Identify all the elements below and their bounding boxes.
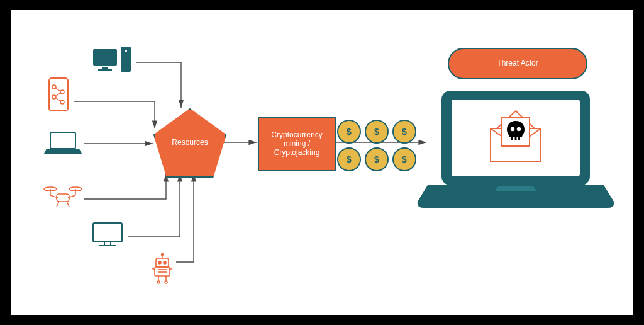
- svg-line-10: [55, 88, 61, 91]
- smartphone-icon: [49, 78, 68, 111]
- laptop-icon: [44, 132, 82, 154]
- threat-actor-node: Threat Actor: [448, 48, 587, 79]
- svg-point-28: [158, 261, 161, 264]
- resources-label: Resources: [172, 139, 208, 147]
- svg-line-21: [57, 202, 59, 207]
- drone-icon: [44, 187, 82, 207]
- svg-point-31: [162, 254, 164, 256]
- svg-rect-13: [50, 132, 75, 149]
- coin-symbol: $: [374, 154, 379, 164]
- coin-icon: $: [337, 120, 361, 144]
- svg-rect-27: [156, 258, 169, 267]
- coin-icon: $: [365, 147, 389, 171]
- svg-point-46: [517, 127, 521, 131]
- coin-symbol: $: [402, 154, 407, 164]
- svg-rect-23: [93, 223, 122, 242]
- svg-rect-2: [98, 69, 112, 71]
- svg-point-4: [125, 50, 127, 52]
- svg-point-39: [157, 281, 160, 283]
- svg-rect-0: [93, 49, 117, 66]
- svg-rect-1: [102, 67, 108, 69]
- coin-symbol: $: [347, 154, 352, 164]
- diagram-canvas: Resources Cryptocurrency mining / Crypto…: [11, 10, 633, 315]
- svg-line-22: [67, 202, 69, 207]
- svg-rect-32: [155, 267, 170, 276]
- mining-node: Cryptocurrency mining / Cryptojacking: [258, 117, 336, 171]
- svg-rect-48: [515, 137, 517, 140]
- coin-icon: $: [392, 120, 416, 144]
- threat-laptop-icon: [418, 91, 614, 208]
- monitor-icon: [93, 223, 122, 246]
- desktop-icon: [93, 47, 131, 72]
- svg-point-40: [165, 281, 167, 283]
- robot-icon: [152, 254, 172, 284]
- svg-point-8: [52, 95, 56, 99]
- svg-rect-47: [511, 137, 513, 140]
- coin-icon: $: [337, 147, 361, 171]
- svg-point-7: [60, 90, 64, 94]
- threat-actor-label: Threat Actor: [497, 59, 538, 68]
- svg-line-11: [55, 93, 61, 96]
- mining-label: Cryptocurrency mining / Cryptojacking: [260, 131, 333, 157]
- svg-point-29: [164, 261, 166, 264]
- svg-rect-49: [518, 137, 520, 140]
- coin-symbol: $: [402, 127, 407, 137]
- svg-point-45: [511, 127, 514, 131]
- coin-symbol: $: [347, 127, 352, 137]
- svg-rect-18: [57, 194, 69, 202]
- coin-icon: $: [365, 120, 389, 144]
- svg-point-9: [60, 100, 64, 104]
- coin-icon: $: [392, 147, 416, 171]
- svg-line-12: [55, 98, 61, 101]
- coin-symbol: $: [374, 127, 379, 137]
